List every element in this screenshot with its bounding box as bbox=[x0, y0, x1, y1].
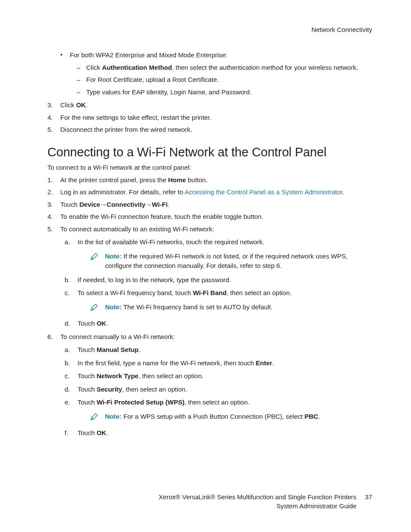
pencil-icon bbox=[90, 413, 98, 424]
page-header: Network Connectivity bbox=[47, 26, 372, 33]
bullet-list: For both WPA2 Enterprise and Mixed Mode … bbox=[47, 50, 372, 97]
bold-text: Manual Setup bbox=[97, 346, 139, 353]
alpha-list: a.Touch Manual Setup. b.In the first fie… bbox=[60, 345, 372, 438]
text: If needed, to log in to the network, typ… bbox=[78, 276, 231, 283]
list-item: a.In the list of available Wi-Fi network… bbox=[60, 237, 372, 271]
marker: d. bbox=[65, 385, 70, 395]
list-item: 5.Disconnect the printer from the wired … bbox=[47, 125, 372, 135]
text: . bbox=[168, 201, 169, 208]
marker: 5. bbox=[47, 224, 53, 234]
pencil-icon bbox=[90, 252, 98, 264]
list-item: 1.At the printer control panel, press th… bbox=[47, 175, 372, 185]
marker: 5. bbox=[47, 125, 53, 135]
text: . bbox=[106, 320, 108, 327]
text: To enable the Wi-Fi connection feature, … bbox=[60, 213, 263, 220]
text: Touch bbox=[78, 372, 97, 380]
marker: a. bbox=[65, 345, 70, 355]
list-item: b.If needed, to log in to the network, t… bbox=[60, 275, 372, 285]
marker: f. bbox=[65, 428, 68, 438]
bold-text: Device→Connectivity→Wi-Fi bbox=[79, 201, 168, 208]
footer-line1: Xerox® VersaLink® Series Multifunction a… bbox=[159, 492, 356, 501]
text: Touch bbox=[78, 346, 97, 353]
text: . bbox=[272, 359, 274, 367]
numbered-list-main: 1.At the printer control panel, press th… bbox=[47, 175, 372, 438]
list-item: b.In the first field, type a name for th… bbox=[60, 358, 372, 368]
note-text: Note: For a WPS setup with a Push Button… bbox=[105, 412, 372, 422]
note-label: Note: bbox=[105, 413, 121, 420]
text: At the printer control panel, press the bbox=[60, 176, 168, 184]
text: Touch bbox=[78, 398, 97, 406]
intro-text: To connect to a Wi-Fi network at the con… bbox=[47, 163, 372, 172]
page-number: 37 bbox=[365, 492, 372, 501]
section-heading: Connecting to a Wi-Fi Network at the Con… bbox=[47, 145, 372, 159]
numbered-list-top: 3.Click OK. 4.For the new settings to ta… bbox=[47, 100, 372, 135]
list-item: 3.Touch Device→Connectivity→Wi-Fi. bbox=[47, 200, 372, 210]
alpha-list: a.In the list of available Wi-Fi network… bbox=[60, 237, 372, 329]
list-item: 6.To connect manually to a Wi-Fi network… bbox=[47, 332, 372, 438]
list-item: 2.Log in as administrator. For details, … bbox=[47, 187, 372, 197]
marker: b. bbox=[65, 275, 70, 285]
bold-text: OK bbox=[76, 101, 86, 109]
text: The Wi-Fi frequency band is set to AUTO … bbox=[121, 303, 272, 311]
list-item: f.Touch OK. bbox=[60, 428, 372, 438]
text: , then select an option. bbox=[227, 289, 292, 296]
text: . bbox=[318, 413, 320, 420]
text: If the required Wi-Fi network is not lis… bbox=[105, 252, 348, 270]
dash-list: Click Authentication Method, then select… bbox=[70, 63, 372, 97]
text: Touch bbox=[78, 386, 97, 393]
dash-item: For Root Certificate, upload a Root Cert… bbox=[70, 75, 372, 85]
list-item: d.Touch OK. bbox=[60, 319, 372, 329]
bold-text: Authentication Method bbox=[102, 64, 172, 71]
footer-text: Xerox® VersaLink® Series Multifunction a… bbox=[159, 492, 356, 510]
bold-text: OK bbox=[97, 429, 106, 436]
list-item: e.Touch Wi-Fi Protected Setup (WPS), the… bbox=[60, 398, 372, 424]
page-footer: Xerox® VersaLink® Series Multifunction a… bbox=[47, 492, 372, 510]
text: Touch bbox=[78, 429, 97, 436]
text: Log in as administrator. For details, re… bbox=[60, 188, 184, 196]
marker: c. bbox=[65, 371, 70, 381]
text: , then select an option. bbox=[138, 372, 203, 380]
marker: c. bbox=[65, 288, 70, 298]
text: For the new settings to take effect, res… bbox=[60, 114, 212, 121]
text: Disconnect the printer from the wired ne… bbox=[60, 126, 192, 133]
text: To connect automatically to an existing … bbox=[60, 225, 214, 233]
footer-line2: System Administrator Guide bbox=[159, 501, 356, 510]
text: . bbox=[86, 101, 87, 109]
marker: 2. bbox=[47, 187, 53, 197]
list-item: d.Touch Security, then select an option. bbox=[60, 385, 372, 395]
marker: e. bbox=[65, 398, 70, 408]
list-item: 4.For the new settings to take effect, r… bbox=[47, 113, 372, 123]
text: In the list of available Wi-Fi networks,… bbox=[78, 238, 265, 246]
marker: 1. bbox=[47, 175, 53, 185]
note-block: Note: For a WPS setup with a Push Button… bbox=[90, 412, 372, 424]
text: To connect manually to a Wi-Fi network: bbox=[60, 333, 175, 340]
list-item: c.Touch Network Type, then select an opt… bbox=[60, 371, 372, 381]
bold-text: Wi-Fi Protected Setup (WPS) bbox=[97, 398, 184, 406]
text: Touch bbox=[78, 320, 97, 327]
bullet-item: For both WPA2 Enterprise and Mixed Mode … bbox=[47, 50, 372, 97]
link-text[interactable]: Accessing the Control Panel as a System … bbox=[184, 188, 342, 196]
text: button. bbox=[186, 176, 208, 184]
marker: 4. bbox=[47, 212, 53, 222]
bold-text: Wi-Fi Band bbox=[193, 289, 227, 296]
note-label: Note: bbox=[105, 303, 121, 311]
note-text: Note: If the required Wi-Fi network is n… bbox=[105, 252, 372, 271]
text: . bbox=[106, 429, 108, 436]
bold-text: Enter bbox=[256, 359, 272, 367]
note-text: Note: The Wi-Fi frequency band is set to… bbox=[105, 302, 372, 312]
marker: b. bbox=[65, 358, 70, 368]
list-item: a.Touch Manual Setup. bbox=[60, 345, 372, 355]
text: , then select an option. bbox=[184, 398, 249, 406]
note-block: Note: If the required Wi-Fi network is n… bbox=[90, 252, 372, 271]
note-block: Note: The Wi-Fi frequency band is set to… bbox=[90, 302, 372, 315]
text: , then select an option. bbox=[122, 386, 187, 393]
text: . bbox=[342, 188, 344, 196]
marker: 6. bbox=[47, 332, 53, 342]
bullet-text: For both WPA2 Enterprise and Mixed Mode … bbox=[70, 51, 227, 59]
dash-item: Click Authentication Method, then select… bbox=[70, 63, 372, 73]
marker: 4. bbox=[47, 113, 53, 123]
text: Click bbox=[86, 64, 102, 71]
text: . bbox=[139, 346, 140, 353]
text: To select a Wi-Fi frequency band, touch bbox=[78, 289, 193, 296]
note-label: Note: bbox=[105, 252, 121, 260]
